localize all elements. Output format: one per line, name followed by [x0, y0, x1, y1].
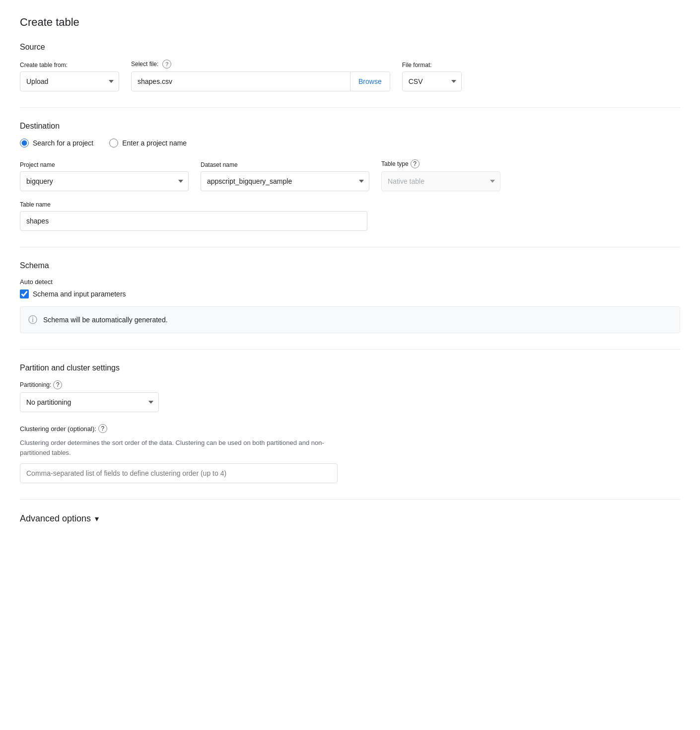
- partitioning-field: Partitioning: ? No partitioning By inges…: [20, 380, 680, 412]
- source-section: Source Create table from: Upload Google …: [20, 43, 680, 91]
- destination-section: Destination Search for a project Enter a…: [20, 122, 680, 231]
- clustering-help-icon[interactable]: ?: [98, 424, 107, 433]
- search-project-radio[interactable]: [20, 139, 29, 147]
- create-from-label: Create table from:: [20, 62, 119, 69]
- info-icon: ⓘ: [28, 314, 37, 326]
- clustering-description: Clustering order determines the sort ord…: [20, 438, 338, 457]
- file-input[interactable]: [132, 72, 350, 91]
- file-input-group: Browse: [131, 72, 390, 91]
- auto-detect-label: Auto detect: [20, 278, 680, 286]
- dataset-name-label: Dataset name: [201, 161, 369, 168]
- create-from-field: Create table from: Upload Google Cloud S…: [20, 62, 119, 91]
- table-type-label: Table type: [381, 160, 409, 167]
- project-name-select[interactable]: bigquery: [20, 171, 189, 191]
- destination-divider: [20, 247, 680, 247]
- partition-section: Partition and cluster settings Partition…: [20, 364, 680, 483]
- table-name-field: Table name: [20, 201, 680, 231]
- auto-detect-checkbox-label[interactable]: Schema and input parameters: [20, 290, 680, 298]
- clustering-field: Clustering order (optional): ? Clusterin…: [20, 424, 680, 483]
- advanced-options-row[interactable]: Advanced options ▾: [20, 513, 680, 524]
- file-format-label: File format:: [402, 62, 462, 69]
- schema-divider: [20, 349, 680, 350]
- browse-button[interactable]: Browse: [350, 72, 390, 91]
- clustering-label: Clustering order (optional):: [20, 425, 96, 433]
- partitioning-select[interactable]: No partitioning By ingestion time By fie…: [20, 392, 159, 412]
- enter-project-label: Enter a project name: [122, 139, 187, 147]
- table-name-input[interactable]: [20, 211, 367, 231]
- destination-section-title: Destination: [20, 122, 680, 131]
- create-from-select[interactable]: Upload Google Cloud Storage Drive BigQue…: [20, 72, 119, 91]
- search-project-radio-label[interactable]: Search for a project: [20, 139, 93, 147]
- table-name-label: Table name: [20, 201, 680, 208]
- search-project-label: Search for a project: [33, 139, 93, 147]
- file-format-field: File format: CSV JSON Avro Parquet ORC: [402, 62, 462, 91]
- auto-detect-checkbox-text: Schema and input parameters: [33, 290, 126, 298]
- file-format-select[interactable]: CSV JSON Avro Parquet ORC: [402, 72, 462, 91]
- partitioning-label: Partitioning:: [20, 381, 51, 388]
- dataset-name-select[interactable]: appscript_bigquery_sample: [201, 171, 369, 191]
- page-title: Create table: [20, 16, 680, 29]
- clustering-input[interactable]: [20, 463, 338, 483]
- schema-info-box: ⓘ Schema will be automatically generated…: [20, 306, 680, 333]
- table-type-help-icon[interactable]: ?: [411, 159, 420, 168]
- schema-section-title: Schema: [20, 261, 680, 270]
- dataset-name-field: Dataset name appscript_bigquery_sample: [201, 161, 369, 191]
- partitioning-help-icon[interactable]: ?: [53, 380, 62, 389]
- source-section-title: Source: [20, 43, 680, 52]
- advanced-divider: [20, 499, 680, 500]
- auto-detect-checkbox[interactable]: [20, 290, 29, 298]
- select-file-label-text: Select file:: [131, 61, 158, 68]
- schema-info-message: Schema will be automatically generated.: [43, 316, 168, 324]
- table-type-select[interactable]: Native table: [381, 171, 500, 191]
- table-type-field: Table type ? Native table: [381, 159, 500, 191]
- project-name-label: Project name: [20, 161, 189, 168]
- project-name-field: Project name bigquery: [20, 161, 189, 191]
- schema-section: Schema Auto detect Schema and input para…: [20, 261, 680, 333]
- project-radio-group: Search for a project Enter a project nam…: [20, 139, 680, 147]
- advanced-options-label: Advanced options: [20, 513, 91, 524]
- chevron-down-icon: ▾: [95, 514, 99, 523]
- select-file-help-icon[interactable]: ?: [162, 60, 171, 69]
- enter-project-radio-label[interactable]: Enter a project name: [109, 139, 187, 147]
- enter-project-radio[interactable]: [109, 139, 118, 147]
- source-divider: [20, 107, 680, 108]
- select-file-field: Select file: ? Browse: [131, 60, 390, 91]
- partition-section-title: Partition and cluster settings: [20, 364, 680, 372]
- destination-fields-row: Project name bigquery Dataset name appsc…: [20, 159, 680, 191]
